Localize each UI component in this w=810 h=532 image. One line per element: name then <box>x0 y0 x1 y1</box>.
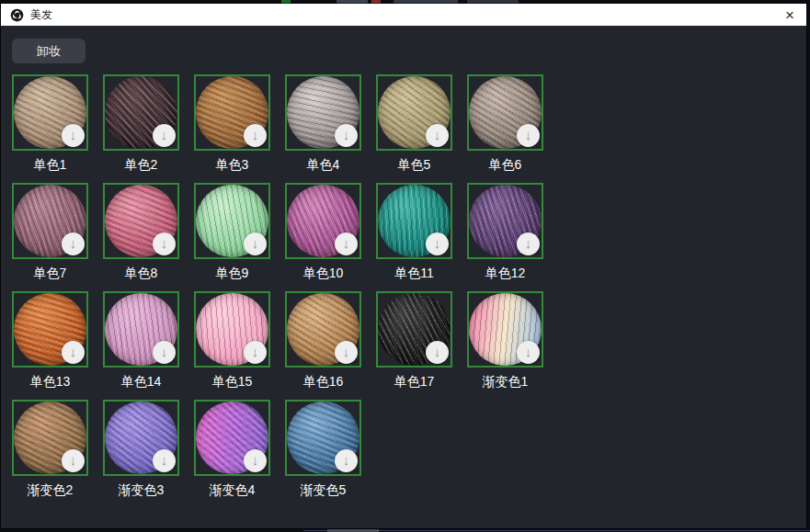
download-icon[interactable]: ↓ <box>426 232 449 255</box>
download-icon[interactable]: ↓ <box>244 232 267 255</box>
hair-swatch-label: 单色17 <box>376 374 452 391</box>
hair-swatch-label: 单色10 <box>285 266 361 282</box>
download-icon[interactable]: ↓ <box>426 341 449 364</box>
hair-swatch[interactable]: ↓ <box>194 74 270 151</box>
download-arrow-glyph: ↓ <box>252 236 259 250</box>
download-arrow-glyph: ↓ <box>161 453 168 467</box>
dialog-content: 卸妆 ↓单色1↓单色2↓单色3↓单色4↓单色5↓单色6↓单色7↓单色8↓单色9↓… <box>1 26 806 528</box>
hair-swatch-cell: ↓单色7 <box>12 183 88 282</box>
download-icon[interactable]: ↓ <box>335 449 358 472</box>
hair-swatch[interactable]: ↓ <box>285 400 361 476</box>
hair-swatch-cell: ↓单色11 <box>376 183 452 282</box>
hair-swatch-label: 单色1 <box>12 157 88 174</box>
app-logo-icon <box>10 8 24 22</box>
hair-swatch[interactable]: ↓ <box>285 183 361 259</box>
hair-swatch[interactable]: ↓ <box>12 291 88 368</box>
hair-swatch-cell: ↓单色17 <box>376 291 452 391</box>
hair-swatch[interactable]: ↓ <box>103 400 179 476</box>
download-icon[interactable]: ↓ <box>426 124 449 147</box>
download-icon[interactable]: ↓ <box>335 232 358 255</box>
hair-swatch[interactable]: ↓ <box>467 291 543 368</box>
download-icon[interactable]: ↓ <box>244 449 267 472</box>
hair-swatch-cell: ↓单色1 <box>12 74 88 174</box>
hair-swatch[interactable]: ↓ <box>194 291 270 368</box>
hair-swatch[interactable]: ↓ <box>12 400 88 476</box>
download-icon[interactable]: ↓ <box>517 232 540 255</box>
hair-swatch[interactable]: ↓ <box>103 291 179 368</box>
hair-swatch-label: 单色6 <box>467 157 543 174</box>
hair-swatch-label: 单色11 <box>376 266 452 282</box>
download-icon[interactable]: ↓ <box>62 232 85 255</box>
hair-swatch[interactable]: ↓ <box>285 291 361 368</box>
hair-swatch[interactable]: ↓ <box>194 183 270 259</box>
download-icon[interactable]: ↓ <box>335 341 358 364</box>
download-icon[interactable]: ↓ <box>153 124 176 147</box>
dialog-title: 美发 <box>30 7 52 23</box>
download-icon[interactable]: ↓ <box>62 341 85 364</box>
hair-swatch-label: 渐变色5 <box>285 482 361 499</box>
hair-swatch-cell: ↓渐变色5 <box>285 400 361 499</box>
download-arrow-glyph: ↓ <box>70 236 77 250</box>
download-arrow-glyph: ↓ <box>434 345 441 358</box>
hair-swatch[interactable]: ↓ <box>103 74 179 151</box>
hair-swatch-label: 单色16 <box>285 374 361 391</box>
hair-swatch-label: 单色4 <box>285 157 361 174</box>
hair-swatch-cell: ↓单色9 <box>194 183 270 282</box>
hair-swatch-label: 渐变色4 <box>194 482 270 499</box>
hair-swatch[interactable]: ↓ <box>12 183 88 259</box>
hair-swatch[interactable]: ↓ <box>467 183 543 259</box>
hair-swatch[interactable]: ↓ <box>467 74 543 151</box>
download-icon[interactable]: ↓ <box>244 124 267 147</box>
download-arrow-glyph: ↓ <box>161 128 168 141</box>
hair-swatch[interactable]: ↓ <box>103 183 179 259</box>
download-icon[interactable]: ↓ <box>153 341 176 364</box>
dialog-titlebar[interactable]: 美发 × <box>1 4 806 26</box>
hair-swatch[interactable]: ↓ <box>376 183 452 259</box>
hair-swatch-cell: ↓渐变色3 <box>103 400 179 499</box>
download-arrow-glyph: ↓ <box>343 128 350 141</box>
hair-swatch-cell: ↓单色15 <box>194 291 270 391</box>
hair-swatch-label: 单色14 <box>103 374 179 391</box>
hair-swatch-label: 单色3 <box>194 157 270 174</box>
hair-swatch-label: 单色8 <box>103 266 179 282</box>
download-icon[interactable]: ↓ <box>335 124 358 147</box>
hair-swatch-label: 单色15 <box>194 374 270 391</box>
download-icon[interactable]: ↓ <box>62 449 85 472</box>
download-icon[interactable]: ↓ <box>153 449 176 472</box>
hair-swatch[interactable]: ↓ <box>12 74 88 151</box>
hair-swatch-label: 渐变色2 <box>12 482 88 499</box>
hair-swatch-cell: ↓渐变色4 <box>194 400 270 499</box>
download-arrow-glyph: ↓ <box>70 453 77 467</box>
hair-swatch-cell: ↓单色2 <box>103 74 179 174</box>
download-arrow-glyph: ↓ <box>434 236 441 250</box>
download-arrow-glyph: ↓ <box>70 128 77 141</box>
download-icon[interactable]: ↓ <box>153 232 176 255</box>
close-button[interactable]: × <box>782 7 797 23</box>
download-icon[interactable]: ↓ <box>517 124 540 147</box>
download-icon[interactable]: ↓ <box>244 341 267 364</box>
hair-swatch-label: 单色9 <box>194 266 270 282</box>
hair-swatch-cell: ↓单色8 <box>103 183 179 282</box>
download-arrow-glyph: ↓ <box>343 453 350 467</box>
download-arrow-glyph: ↓ <box>252 345 259 358</box>
download-icon[interactable]: ↓ <box>517 341 540 364</box>
hair-color-grid: ↓单色1↓单色2↓单色3↓单色4↓单色5↓单色6↓单色7↓单色8↓单色9↓单色1… <box>12 74 564 508</box>
download-arrow-glyph: ↓ <box>343 236 350 250</box>
hair-swatch[interactable]: ↓ <box>376 74 452 151</box>
hair-swatch-label: 单色5 <box>376 157 452 174</box>
remove-makeup-button[interactable]: 卸妆 <box>12 39 86 63</box>
hair-swatch[interactable]: ↓ <box>376 291 452 368</box>
hair-swatch-cell: ↓渐变色2 <box>12 400 88 499</box>
hair-swatch[interactable]: ↓ <box>194 400 270 476</box>
hair-swatch-cell: ↓单色13 <box>12 291 88 391</box>
hair-swatch-cell: ↓单色6 <box>467 74 543 174</box>
hair-swatch-cell: ↓单色14 <box>103 291 179 391</box>
download-arrow-glyph: ↓ <box>161 345 168 358</box>
download-arrow-glyph: ↓ <box>434 128 441 141</box>
hair-swatch-cell: ↓单色4 <box>285 74 361 174</box>
download-icon[interactable]: ↓ <box>62 124 85 147</box>
hair-swatch[interactable]: ↓ <box>285 74 361 151</box>
hair-swatch-cell: ↓单色5 <box>376 74 452 174</box>
download-arrow-glyph: ↓ <box>525 345 532 358</box>
hair-swatch-label: 渐变色1 <box>467 374 543 391</box>
